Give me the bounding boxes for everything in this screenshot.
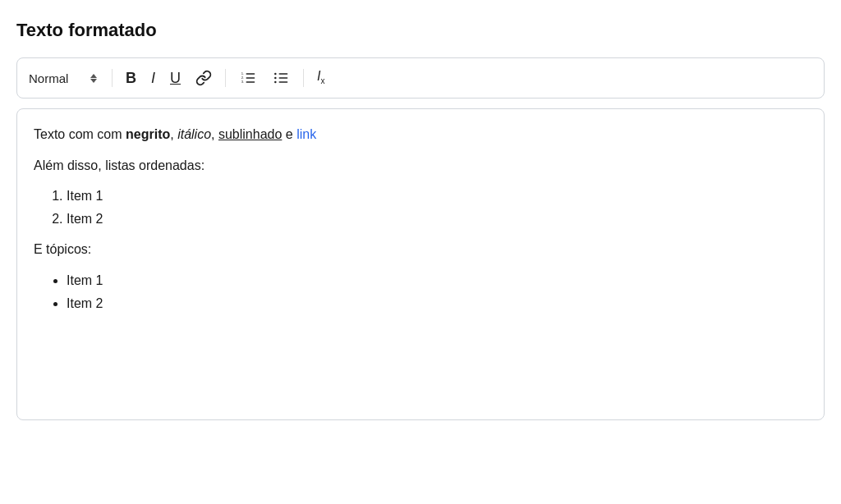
toolbar-divider-3	[303, 69, 304, 87]
italic-button[interactable]: I	[146, 67, 160, 89]
editor-area[interactable]: Texto com com negrito, itálico, sublinha…	[16, 108, 825, 420]
ordered-list-icon: 1. 2. 3.	[239, 70, 257, 86]
editor-line-2: Além disso, listas ordenadas:	[34, 155, 807, 176]
toolbar: Normal Heading 1 Heading 2 Heading 3 B I…	[16, 57, 825, 99]
toolbar-divider-1	[112, 69, 113, 87]
svg-text:3.: 3.	[241, 80, 244, 84]
ordered-list: Item 1 Item 2	[67, 186, 807, 229]
list-item: Item 2	[67, 293, 807, 314]
list-item: Item 1	[67, 186, 807, 207]
clear-format-button[interactable]: Ix	[312, 66, 329, 89]
unordered-list-button[interactable]	[267, 66, 295, 89]
svg-point-11	[274, 81, 277, 84]
line1-sep2: ,	[211, 127, 218, 141]
clear-format-icon: Ix	[317, 70, 324, 85]
line1-bold: negrito	[126, 127, 170, 141]
line1-prefix: Texto com com	[34, 127, 126, 141]
line1-link[interactable]: link	[296, 127, 316, 141]
bold-button[interactable]: B	[121, 67, 141, 89]
toolbar-divider-2	[225, 69, 226, 87]
line1-sep1: ,	[170, 127, 177, 141]
editor-line-1: Texto com com negrito, itálico, sublinha…	[34, 124, 807, 145]
style-select[interactable]: Normal Heading 1 Heading 2 Heading 3	[29, 71, 87, 85]
svg-point-9	[274, 73, 277, 76]
link-icon	[195, 70, 212, 86]
ordered-list-button[interactable]: 1. 2. 3.	[234, 66, 262, 89]
list-item: Item 1	[67, 270, 807, 291]
line1-italic: itálico	[177, 127, 211, 141]
unordered-list: Item 1 Item 2	[67, 270, 807, 314]
line1-sep3: e	[282, 127, 296, 141]
page-title: Texto formatado	[16, 20, 825, 41]
underline-button[interactable]: U	[165, 67, 186, 89]
link-button[interactable]	[191, 66, 217, 89]
select-arrows-icon	[90, 74, 97, 83]
style-select-wrapper[interactable]: Normal Heading 1 Heading 2 Heading 3	[29, 71, 103, 85]
line1-underline: sublinhado	[218, 127, 282, 141]
list-item: Item 2	[67, 208, 807, 230]
unordered-list-icon	[272, 70, 290, 86]
editor-line-3: E tópicos:	[34, 239, 807, 260]
svg-point-10	[274, 77, 277, 80]
